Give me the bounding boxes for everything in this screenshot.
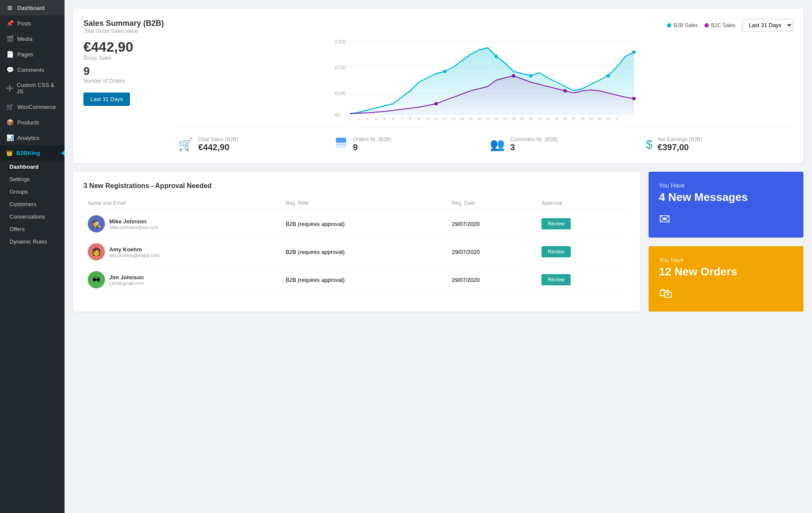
b2b-legend: B2B Sales <box>667 22 698 28</box>
stat-orders: Orders Nr. (B2B) 9 <box>334 136 482 153</box>
svg-text:1: 1 <box>615 117 618 121</box>
svg-text:17: 17 <box>486 117 490 121</box>
user-email: amy.koehm@wapp.com <box>109 253 160 258</box>
svg-text:21: 21 <box>520 117 524 121</box>
table-row: 👩 Amy Koehm amy.koehm@wapp.com B2B (requ… <box>83 238 630 266</box>
svg-text:3: 3 <box>366 117 368 121</box>
sales-summary-right: B2B Sales B2C Sales Last 31 Days €300 €2… <box>178 19 793 153</box>
review-button[interactable]: Review <box>541 246 570 257</box>
stat-total-sales-value: €442,90 <box>198 142 238 152</box>
svg-text:4: 4 <box>375 117 377 121</box>
svg-text:1: 1 <box>349 117 351 121</box>
b2c-dot <box>632 97 636 100</box>
avatar: 👩 <box>88 243 105 260</box>
reg-role: B2B (requires approval) <box>281 210 447 238</box>
registrations-title: 3 New Registrations - Approval Needed <box>83 182 630 190</box>
sidebar-sub-dashboard[interactable]: Dashboard <box>0 161 65 173</box>
svg-text:16: 16 <box>477 117 481 121</box>
sales-summary-card: Sales Summary (B2B) Total Gross Sales Va… <box>73 9 803 163</box>
sidebar-sub-conversations[interactable]: Conversations <box>0 210 65 223</box>
b2c-legend: B2C Sales <box>704 22 735 28</box>
svg-text:8: 8 <box>409 117 411 121</box>
reg-date: 29/07/2020 <box>447 238 537 266</box>
sidebar-item-comments[interactable]: 💬 Comments <box>0 62 65 77</box>
svg-text:€200: €200 <box>335 65 345 70</box>
sidebar-b2bking-header[interactable]: 👑 B2BKing <box>0 145 65 161</box>
sidebar-sub-offers[interactable]: Offers <box>0 223 65 235</box>
sales-title: Sales Summary (B2B) <box>83 19 169 28</box>
svg-text:9: 9 <box>418 117 420 121</box>
svg-text:10: 10 <box>425 117 430 121</box>
svg-text:15: 15 <box>468 117 473 121</box>
svg-text:14: 14 <box>460 117 464 121</box>
col-reg-role: Reg. Role <box>281 197 447 210</box>
svg-text:22: 22 <box>529 117 533 121</box>
date-range-dropdown[interactable]: Last 31 Days <box>742 19 793 31</box>
bottom-row: 3 New Registrations - Approval Needed Na… <box>73 172 803 312</box>
b2b-dot <box>632 50 636 54</box>
dashboard-icon: ⊞ <box>6 4 14 11</box>
user-cell: 🕶 Jim Johnson j.jim@gmail.com <box>88 271 277 288</box>
b2c-legend-dot <box>704 23 709 28</box>
reg-role: B2B (requires approval) <box>281 238 447 266</box>
stat-orders-value: 9 <box>353 142 391 152</box>
b2b-legend-dot <box>667 23 671 28</box>
envelope-icon: ✉ <box>659 211 793 227</box>
customers-icon: 👥 <box>490 137 505 151</box>
stat-orders-label: Orders Nr. (B2B) <box>353 136 391 142</box>
sales-summary-left: Sales Summary (B2B) Total Gross Sales Va… <box>83 19 169 153</box>
messages-you-have: You Have <box>659 182 793 189</box>
sidebar: ⊞ Dashboard 📌 Posts 🎬 Media 📄 Pages 💬 Co… <box>0 0 65 513</box>
last-31-days-button[interactable]: Last 31 Days <box>83 93 130 106</box>
sidebar-item-posts[interactable]: 📌 Posts <box>0 15 65 31</box>
sidebar-sub-groups[interactable]: Groups <box>0 185 65 198</box>
sidebar-sub-settings[interactable]: Settings <box>0 173 65 185</box>
sidebar-sub-customers[interactable]: Customers <box>0 198 65 210</box>
cart-icon: 🛒 <box>178 137 193 151</box>
b2c-dot <box>512 74 515 77</box>
svg-text:25: 25 <box>554 117 559 121</box>
stats-row: 🛒 Total Sales (B2B) €442,90 Orders Nr. (… <box>178 127 793 153</box>
sales-amount: €442,90 <box>83 39 169 55</box>
sidebar-item-woocommerce[interactable]: 🛒 WooCommerce <box>0 99 65 114</box>
stat-total-sales: 🛒 Total Sales (B2B) €442,90 <box>178 136 326 153</box>
user-name: Amy Koehm <box>109 246 160 253</box>
orders-card: You have 12 New Orders 🛍 <box>649 246 803 312</box>
svg-text:12: 12 <box>443 117 447 121</box>
svg-text:30: 30 <box>597 117 602 121</box>
main-content: Sales Summary (B2B) Total Gross Sales Va… <box>65 0 812 513</box>
sidebar-sub-dynamic-rules[interactable]: Dynamic Rules <box>0 235 65 248</box>
svg-text:6: 6 <box>392 117 394 121</box>
messages-card: You Have 4 New Messages ✉ <box>649 172 803 238</box>
orders-count: 12 New Orders <box>659 265 793 278</box>
b2c-dot <box>434 102 438 105</box>
b2bking-icon: 👑 <box>6 150 13 156</box>
sidebar-item-analytics[interactable]: 📊 Analytics <box>0 130 65 145</box>
table-row: 🕶 Jim Johnson j.jim@gmail.com B2B (requi… <box>83 266 630 294</box>
svg-text:20: 20 <box>511 117 516 121</box>
review-button[interactable]: Review <box>541 274 570 285</box>
b2b-dot <box>495 55 498 58</box>
user-email: mike.jonhson@aol.com <box>109 225 159 230</box>
sidebar-item-pages[interactable]: 📄 Pages <box>0 46 65 62</box>
sidebar-item-dashboard[interactable]: ⊞ Dashboard <box>0 0 65 15</box>
sidebar-item-custom-css[interactable]: ➕ Custom CSS & JS <box>0 77 65 99</box>
svg-text:18: 18 <box>494 117 498 121</box>
registrations-table: Name and Email Reg. Role Reg. Date Appro… <box>83 197 630 294</box>
user-cell: 🕵 Mike Johnson mike.jonhson@aol.com <box>88 215 277 232</box>
avatar: 🕵 <box>88 215 105 232</box>
analytics-icon: 📊 <box>6 134 14 141</box>
orders-you-have: You have <box>659 256 793 263</box>
messages-count: 4 New Messages <box>659 191 793 204</box>
svg-text:2: 2 <box>357 117 360 121</box>
svg-text:24: 24 <box>546 117 550 121</box>
col-reg-date: Reg. Date <box>447 197 537 210</box>
sidebar-item-media[interactable]: 🎬 Media <box>0 31 65 46</box>
svg-text:€100: €100 <box>335 91 345 96</box>
b2b-dot <box>606 74 610 77</box>
b2bking-arrow-icon <box>61 151 65 156</box>
avatar: 🕶 <box>88 271 105 288</box>
svg-text:23: 23 <box>537 117 541 121</box>
sidebar-item-products[interactable]: 📦 Products <box>0 114 65 130</box>
review-button[interactable]: Review <box>541 218 570 229</box>
